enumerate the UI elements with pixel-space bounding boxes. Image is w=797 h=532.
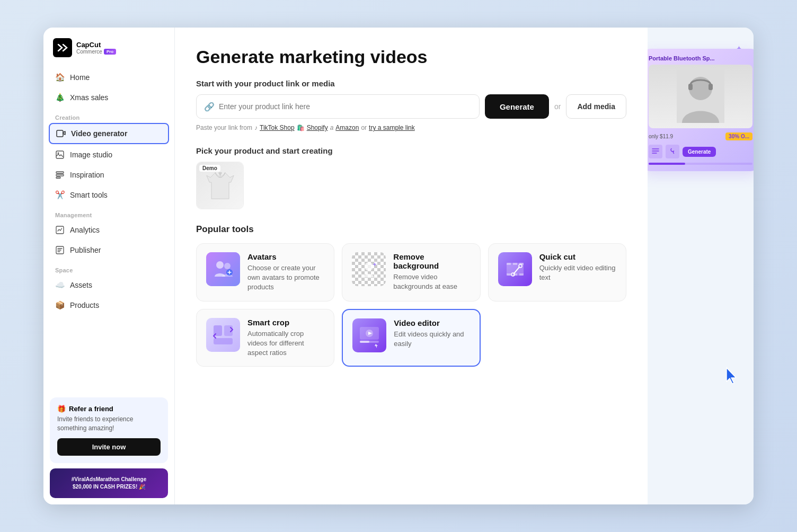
avatar-tool-name: Avatars: [247, 252, 324, 261]
quickcut-visual: [498, 252, 532, 286]
quickcut-tool-info: Quick cut Quickly edit video editing tex…: [539, 252, 616, 282]
preview-menu-icon: [649, 145, 662, 158]
tools-grid: Avatars Choose or create your own avatar…: [196, 243, 626, 367]
videoeditor-tool-name: Video editor: [394, 318, 470, 327]
sidebar-item-inspiration[interactable]: Inspiration: [49, 165, 169, 184]
preview-product-title: Portable Bluetooth Sp...: [649, 55, 752, 61]
link-icon: 🔗: [204, 102, 215, 112]
refer-card: 🎁 Refer a friend Invite friends to exper…: [50, 397, 168, 463]
tool-card-video-editor[interactable]: Video editor Edit videos quickly and eas…: [342, 309, 480, 367]
home-icon: 🏠: [55, 73, 65, 82]
quickcut-tool-icon: [498, 252, 532, 286]
analytics-icon: [55, 225, 65, 235]
inspiration-icon: [55, 170, 65, 180]
logo-sub: Commerce Pro: [76, 49, 116, 55]
sidebar-item-analytics[interactable]: Analytics: [49, 220, 169, 240]
preview-link-icon: [666, 145, 679, 158]
add-media-button[interactable]: Add media: [566, 94, 626, 119]
sidebar-item-label: Xmas sales: [70, 93, 108, 102]
svg-point-2: [58, 153, 59, 154]
sidebar-item-assets[interactable]: ☁️ Assets: [49, 276, 169, 295]
refer-card-title: 🎁 Refer a friend: [57, 405, 161, 413]
avatar-tool-desc: Choose or create your own avatars to pro…: [247, 263, 324, 292]
preview-discount: 30% O...: [725, 132, 752, 140]
svg-rect-13: [507, 263, 511, 265]
xmas-icon: 🎄: [55, 93, 65, 102]
publisher-icon: [55, 245, 65, 255]
logo-icon: [53, 38, 72, 57]
sidebar-item-home[interactable]: 🏠 Home: [49, 68, 169, 87]
preview-generate-btn[interactable]: Generate: [683, 147, 716, 157]
avatar-tool-info: Avatars Choose or create your own avatar…: [247, 252, 324, 292]
sidebar-item-video-generator[interactable]: Video generator: [49, 123, 169, 144]
tool-card-avatars[interactable]: Avatars Choose or create your own avatar…: [196, 243, 334, 302]
tool-card-quick-cut[interactable]: Quick cut Quickly edit video editing tex…: [488, 243, 626, 302]
tool-card-smart-crop[interactable]: Smart crop Automatically crop videos for…: [196, 309, 334, 367]
preview-price-text: only $11.9: [649, 134, 673, 139]
sidebar-item-label: Smart tools: [70, 191, 108, 199]
tools-section-label: Popular tools: [196, 224, 626, 235]
sidebar-item-label: Assets: [70, 281, 92, 289]
sidebar-item-label: Image studio: [70, 150, 112, 159]
svg-rect-5: [56, 177, 60, 179]
products-icon: 📦: [55, 300, 65, 310]
assets-icon: ☁️: [55, 280, 65, 290]
creation-section-label: Creation: [49, 108, 169, 123]
right-panel: ✦ Portable Bluetooth Sp... only $1: [648, 28, 754, 504]
generate-button[interactable]: Generate: [485, 94, 549, 119]
svg-rect-31: [709, 84, 713, 90]
invite-button[interactable]: Invite now: [57, 438, 161, 456]
preview-progress-bar: [649, 163, 685, 165]
svg-rect-23: [214, 338, 233, 344]
videoeditor-visual: [352, 318, 386, 352]
link-input-wrap: 🔗: [196, 94, 480, 119]
sidebar-item-image-studio[interactable]: Image studio: [49, 145, 169, 164]
sidebar-item-label: Video generator: [71, 129, 127, 138]
product-card[interactable]: Demo: [196, 162, 244, 209]
link-input-row: 🔗 Generate or Add media: [196, 94, 626, 119]
tool-card-remove-bg[interactable]: Remove background Remove video backgroun…: [342, 243, 480, 302]
sidebar-item-label: Analytics: [70, 226, 100, 234]
image-studio-icon: [55, 150, 65, 159]
logo: CapCut Commerce Pro: [43, 38, 174, 68]
promo-banner[interactable]: #ViralAdsMarathon Challenge$20,000 IN CA…: [50, 468, 168, 498]
sidebar-item-label: Home: [70, 73, 90, 82]
sidebar-item-publisher[interactable]: Publisher: [49, 241, 169, 260]
promo-banner-text: #ViralAdsMarathon Challenge$20,000 IN CA…: [67, 474, 151, 493]
svg-rect-30: [688, 84, 693, 90]
product-row: Demo: [196, 162, 626, 209]
shopify-link[interactable]: Shopify: [307, 124, 328, 131]
amazon-icon: a: [330, 124, 334, 131]
quickcut-tool-desc: Quickly edit video editing text: [539, 263, 616, 282]
remove-bg-tool-desc: Remove video backgrounds at ease: [393, 272, 470, 291]
product-link-input[interactable]: [219, 102, 472, 111]
smartcrop-tool-icon: [206, 318, 240, 352]
videoeditor-tool-icon: [352, 318, 386, 352]
smartcrop-tool-desc: Automatically crop videos for different …: [247, 329, 324, 358]
logo-text: CapCut Commerce Pro: [76, 41, 116, 55]
tiktok-shop-link[interactable]: TikTok Shop: [260, 124, 295, 131]
demo-badge: Demo: [199, 165, 220, 172]
preview-progress-track: [649, 163, 752, 165]
svg-point-8: [216, 261, 224, 269]
link-section-label: Start with your product link or media: [196, 79, 626, 88]
space-section-label: Space: [49, 261, 169, 276]
sidebar-item-smart-tools[interactable]: ✂️ Smart tools: [49, 185, 169, 205]
svg-rect-14: [513, 263, 517, 265]
amazon-link[interactable]: Amazon: [335, 124, 359, 131]
preview-product-image: [649, 65, 752, 128]
gift-icon: 🎁: [57, 405, 66, 413]
quickcut-tool-name: Quick cut: [539, 252, 616, 261]
product-section-label: Pick your product and start creating: [196, 146, 626, 155]
sidebar-item-xmas[interactable]: 🎄 Xmas sales: [49, 88, 169, 107]
try-sample-link[interactable]: try a sample link: [369, 124, 415, 131]
sidebar-item-products[interactable]: 📦 Products: [49, 296, 169, 315]
smartcrop-tool-info: Smart crop Automatically crop videos for…: [247, 318, 324, 358]
avatar-tool-icon: [206, 252, 240, 286]
svg-rect-16: [507, 273, 511, 276]
remove-bg-visual: [352, 252, 386, 286]
sidebar: CapCut Commerce Pro 🏠 Home 🎄 Xmas sales …: [43, 28, 175, 504]
avatar-visual: [206, 252, 240, 286]
refer-card-desc: Invite friends to experience something a…: [57, 415, 161, 433]
app-container: CapCut Commerce Pro 🏠 Home 🎄 Xmas sales …: [43, 28, 754, 504]
